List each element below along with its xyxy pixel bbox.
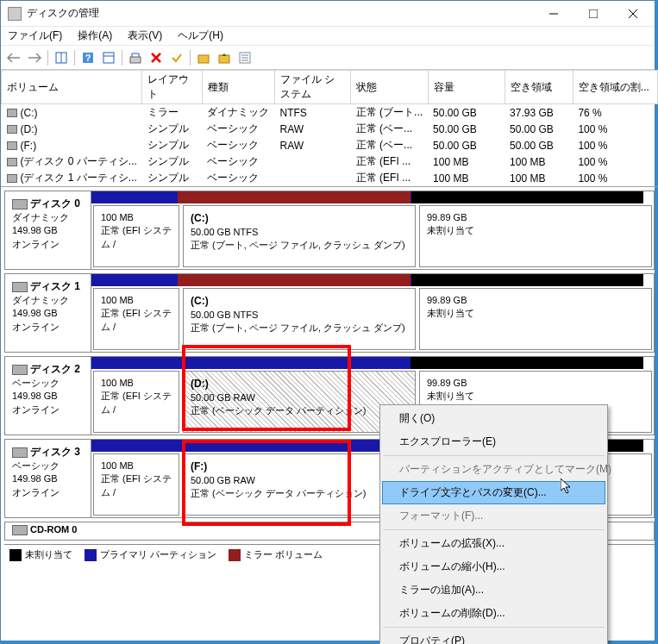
svg-text:?: ?	[85, 53, 91, 63]
disk-row: ディスク 1ダイナミック149.98 GBオンライン 100 MB正常 (EFI…	[4, 273, 655, 353]
toolbar: ?	[1, 46, 655, 70]
partition-box[interactable]: 100 MB正常 (EFI システム /	[93, 371, 179, 433]
svg-rect-13	[198, 55, 209, 63]
svg-rect-1	[589, 9, 598, 18]
volume-icon	[7, 109, 17, 117]
toolbar-btn-1[interactable]	[52, 48, 71, 67]
forward-button[interactable]	[25, 48, 44, 67]
legend-swatch	[229, 549, 241, 561]
disk-icon	[12, 282, 28, 292]
partition-box[interactable]: 100 MB正常 (EFI システム /	[93, 453, 179, 516]
table-row[interactable]: (D:) シンプルベーシックRAW正常 (ベー... 50.00 GB50.00…	[2, 121, 658, 137]
titlebar[interactable]: ディスクの管理	[1, 1, 655, 27]
context-separator	[383, 627, 605, 628]
check-icon[interactable]	[167, 48, 186, 67]
col-header[interactable]: ボリューム	[2, 71, 142, 104]
legend-swatch	[9, 549, 22, 561]
svg-rect-10	[130, 57, 141, 63]
cdrom-icon	[12, 525, 28, 535]
window-title: ディスクの管理	[27, 6, 534, 21]
volume-icon	[7, 125, 17, 134]
delete-icon[interactable]	[147, 48, 166, 67]
context-menu-item: フォーマット(F)...	[382, 504, 605, 528]
context-separator	[383, 529, 605, 530]
context-separator	[383, 455, 605, 456]
col-header[interactable]: 空き領域	[504, 71, 573, 104]
partition-box[interactable]: 100 MB正常 (EFI システム /	[93, 288, 179, 350]
context-menu-item[interactable]: ボリュームの削除(D)...	[382, 602, 605, 625]
partition-box[interactable]: (C:)50.00 GB NTFS正常 (ブート, ページ ファイル, クラッシ…	[183, 288, 416, 350]
disk-row: ディスク 0ダイナミック149.98 GBオンライン 100 MB正常 (EFI…	[4, 191, 655, 270]
col-header[interactable]: 空き領域の割...	[573, 71, 657, 104]
volume-table: ボリュームレイアウト種類ファイル システム状態容量空き領域空き領域の割... (…	[1, 70, 658, 187]
app-icon	[8, 7, 22, 21]
menu-help[interactable]: ヘルプ(H)	[174, 27, 227, 45]
minimize-button[interactable]	[534, 2, 573, 26]
col-header[interactable]: 状態	[351, 71, 428, 104]
partition-box[interactable]: 99.89 GB未割り当て	[419, 288, 652, 350]
col-header[interactable]: レイアウト	[142, 71, 203, 104]
partition-box[interactable]: 100 MB正常 (EFI システム /	[93, 205, 179, 267]
help-icon[interactable]: ?	[78, 48, 97, 67]
table-row[interactable]: (ディスク 1 パーティシ... シンプルベーシック正常 (EFI ... 10…	[2, 170, 658, 186]
volume-icon	[7, 174, 17, 183]
folder-up-icon[interactable]	[215, 48, 234, 67]
col-header[interactable]: 容量	[428, 71, 504, 104]
menubar: ファイル(F) 操作(A) 表示(V) ヘルプ(H)	[1, 27, 655, 46]
partition-box[interactable]: (C:)50.00 GB NTFS正常 (ブート, ページ ファイル, クラッシ…	[183, 205, 416, 267]
disk-icon	[12, 447, 28, 458]
menu-file[interactable]: ファイル(F)	[4, 27, 66, 45]
context-menu: 開く(O)エクスプローラー(E)パーティションをアクティブとしてマーク(M)ドラ…	[379, 404, 608, 644]
context-menu-item[interactable]: 開く(O)	[382, 407, 605, 430]
disk-info[interactable]: ディスク 1ダイナミック149.98 GBオンライン	[5, 274, 91, 352]
volume-icon	[7, 141, 17, 150]
toolbar-btn-3[interactable]	[99, 48, 118, 67]
context-menu-item[interactable]: エクスプローラー(E)	[382, 430, 605, 453]
toolbar-btn-4[interactable]	[126, 48, 145, 67]
table-row[interactable]: (F:) シンプルベーシックRAW正常 (ベー... 50.00 GB50.00…	[2, 137, 658, 153]
table-row[interactable]: (C:) ミラーダイナミックNTFS正常 (ブート... 50.00 GB37.…	[2, 104, 658, 122]
disk-info[interactable]: ディスク 2ベーシック149.98 GBオンライン	[5, 357, 91, 435]
context-menu-item[interactable]: ボリュームの縮小(H)...	[382, 555, 605, 578]
svg-rect-14	[219, 55, 229, 63]
back-button[interactable]	[4, 48, 23, 67]
svg-rect-8	[103, 53, 114, 63]
menu-view[interactable]: 表示(V)	[124, 27, 166, 45]
disk-info[interactable]: ディスク 3ベーシック149.98 GBオンライン	[5, 440, 91, 517]
legend-swatch	[85, 549, 97, 561]
volume-icon	[7, 158, 17, 166]
folder-icon[interactable]	[194, 48, 213, 67]
disk-icon	[12, 199, 28, 209]
disk-info[interactable]: ディスク 0ダイナミック149.98 GBオンライン	[5, 191, 91, 269]
context-menu-item[interactable]: ボリュームの拡張(X)...	[382, 532, 605, 555]
context-menu-item[interactable]: ドライブ文字とパスの変更(C)...	[382, 481, 605, 504]
close-button[interactable]	[613, 2, 653, 26]
col-header[interactable]: ファイル システム	[274, 71, 350, 104]
menu-action[interactable]: 操作(A)	[74, 27, 116, 45]
col-header[interactable]: 種類	[202, 71, 274, 104]
context-menu-item: パーティションをアクティブとしてマーク(M)	[382, 458, 605, 481]
partition-box[interactable]: 99.89 GB未割り当て	[419, 205, 652, 267]
maximize-button[interactable]	[573, 2, 613, 26]
table-row[interactable]: (ディスク 0 パーティシ... シンプルベーシック正常 (EFI ... 10…	[2, 153, 658, 170]
context-menu-item[interactable]: プロパティ(P)	[382, 629, 605, 644]
context-menu-item[interactable]: ミラーの追加(A)...	[382, 578, 605, 602]
disk-icon	[12, 365, 28, 375]
properties-icon[interactable]	[235, 48, 254, 67]
